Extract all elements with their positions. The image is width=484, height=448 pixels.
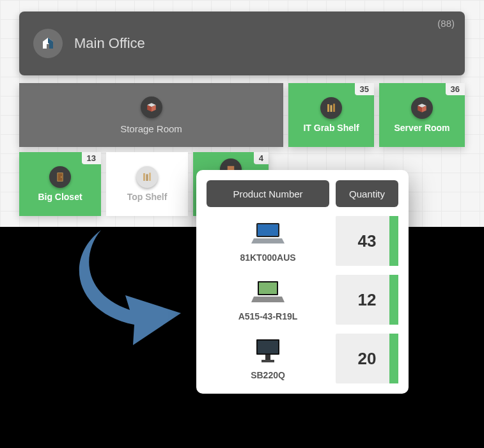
server-icon <box>411 97 433 119</box>
product-number: SB220Q <box>251 370 285 380</box>
location-title: Main Office <box>74 35 145 52</box>
location-title: Big Closet <box>38 192 82 202</box>
location-title: Storage Room <box>120 123 182 134</box>
product-number: 81KT000AUS <box>240 252 295 263</box>
shelf-icon <box>320 97 342 119</box>
item-count-badge: 4 <box>254 152 269 164</box>
item-count-badge: 36 <box>446 83 465 95</box>
location-count: (88) <box>437 18 455 29</box>
item-count-badge: 35 <box>355 83 374 95</box>
item-count-badge: 13 <box>82 152 101 164</box>
table-row[interactable]: 81KT000AUS 43 <box>207 216 398 266</box>
location-server-room[interactable]: 36 Server Room <box>379 83 465 147</box>
shelf-icon <box>136 166 158 188</box>
door-icon <box>49 166 71 188</box>
svg-point-5 <box>61 176 62 178</box>
svg-rect-6 <box>143 173 145 181</box>
svg-rect-1 <box>331 105 332 112</box>
col-header-quantity: Quantity <box>336 180 398 207</box>
location-top-shelf[interactable]: Top Shelf <box>106 152 188 216</box>
quantity-value: 43 <box>358 231 377 251</box>
location-main-office[interactable]: Main Office (88) <box>19 12 465 75</box>
svg-rect-8 <box>149 173 151 181</box>
quantity-cell: 12 <box>336 275 398 325</box>
location-title: IT Grab Shelf <box>303 123 359 133</box>
svg-rect-7 <box>146 174 148 182</box>
product-number: A515-43-R19L <box>238 311 298 321</box>
svg-rect-2 <box>333 104 335 112</box>
quantity-cell: 20 <box>336 334 398 383</box>
svg-rect-11 <box>258 224 278 236</box>
product-image-laptop <box>249 278 287 306</box>
svg-rect-16 <box>265 355 270 360</box>
arrow-icon <box>69 224 197 348</box>
building-icon <box>33 29 63 58</box>
col-header-product: Product Number <box>207 180 329 207</box>
svg-rect-15 <box>258 341 278 353</box>
table-row[interactable]: A515-43-R19L 12 <box>207 275 398 325</box>
table-row[interactable]: SB220Q 20 <box>207 334 398 383</box>
box-icon <box>141 97 162 118</box>
quantity-cell: 43 <box>336 216 398 266</box>
location-title: Top Shelf <box>127 192 168 202</box>
product-image-laptop <box>249 219 287 247</box>
location-big-closet[interactable]: 13 Big Closet <box>19 152 101 216</box>
location-it-grab-shelf[interactable]: 35 IT Grab Shelf <box>288 83 374 147</box>
location-title: Server Room <box>394 123 449 133</box>
svg-rect-13 <box>259 282 277 294</box>
svg-rect-0 <box>327 104 329 112</box>
inventory-popup: Product Number Quantity 81KT000AUS 43 <box>196 170 409 394</box>
location-storage-room[interactable]: Storage Room <box>19 83 283 147</box>
quantity-value: 12 <box>358 290 377 310</box>
quantity-value: 20 <box>358 349 377 369</box>
svg-rect-17 <box>262 360 274 362</box>
product-image-monitor <box>249 337 287 365</box>
